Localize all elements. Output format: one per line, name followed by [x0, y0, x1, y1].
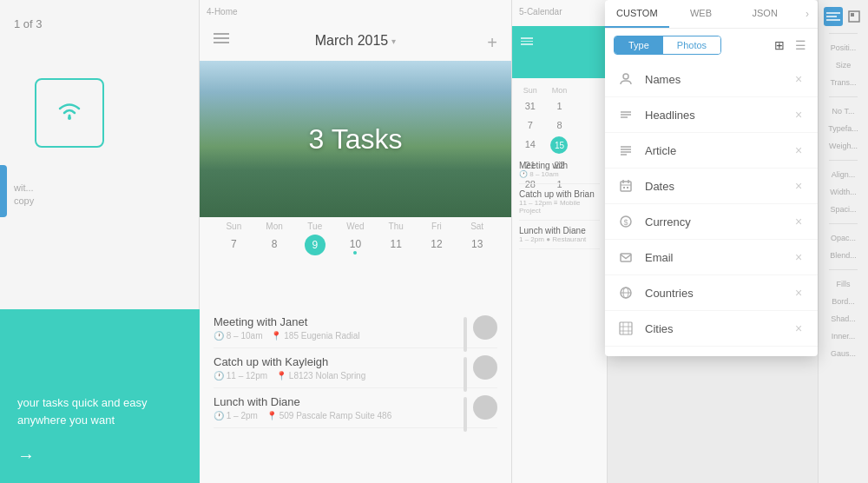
panel-3-task-3: Lunch with Diane 1 – 2pm ● Restaurant [519, 221, 600, 249]
panel-3-task-2: Catch up with Brian 11 – 12pm ≡ Mobile P… [519, 184, 600, 221]
menu-item-headlines-close[interactable]: × [790, 106, 807, 123]
rp-blend-label: Blend... [822, 248, 865, 262]
truncated-text-1: wit... [14, 182, 34, 193]
wifi-icon-container [35, 78, 104, 148]
menu-item-email[interactable]: Email × [605, 240, 818, 275]
person-icon [615, 69, 636, 89]
cal-day-12[interactable]: 12 [417, 235, 457, 258]
menu-item-article-close[interactable]: × [790, 142, 807, 159]
rp-align-label: Align... [822, 168, 865, 182]
task-list: Meeting with Janet 🕐 8 – 10am 📍 185 Euge… [200, 308, 511, 428]
menu-item-cities-label: Cities [645, 322, 790, 335]
menu-item-dates[interactable]: Dates × [605, 169, 818, 204]
list-view-icon[interactable]: ☰ [792, 36, 809, 54]
task-meta-1: 🕐 8 – 10am 📍 185 Eugenia Radial [214, 331, 497, 341]
menu-item-names[interactable]: Names × [605, 62, 818, 97]
right-panel-top: Positi... Size Trans... No T... Typefa..… [819, 0, 868, 367]
grid-view-icon[interactable]: ⊞ [771, 36, 788, 54]
rp-divider-5 [829, 269, 858, 270]
menu-item-cities-close[interactable]: × [790, 320, 807, 337]
toggle-type-button[interactable]: Type [615, 36, 663, 54]
article-icon [615, 140, 636, 161]
calendar-days-header: Sun Mon Tue Wed Thu Fri Sat [214, 222, 497, 231]
cal-day-13[interactable]: 13 [457, 235, 497, 258]
svg-text:$: $ [623, 218, 628, 227]
rp-transform-label: Trans... [822, 76, 865, 89]
rp-divider-4 [829, 223, 858, 224]
tab-web[interactable]: WEB [669, 0, 733, 28]
menu-item-addresses[interactable]: Addresses × [605, 347, 818, 356]
hamburger-menu-icon[interactable] [214, 33, 229, 43]
menu-item-headlines-label: Headlines [645, 109, 790, 122]
email-icon [615, 247, 636, 268]
menu-item-names-close[interactable]: × [790, 70, 807, 88]
menu-item-currency-close[interactable]: × [790, 213, 807, 230]
menu-item-article[interactable]: Article × [605, 133, 818, 169]
cal-day-8[interactable]: 8 [254, 235, 295, 258]
rp-divider-3 [829, 160, 858, 161]
panel-3-hamburger-icon[interactable] [521, 37, 533, 45]
panel-3-task-meta-1: 🕐 8 – 10am [519, 170, 600, 178]
task-time-3: 🕐 1 – 2pm [214, 411, 258, 420]
task-avatar-2 [473, 355, 497, 380]
task-avatar-3 [473, 395, 497, 420]
menu-item-countries[interactable]: Countries × [605, 275, 818, 311]
rp-typeface-label: Typefa... [822, 122, 865, 136]
truncated-text-2: copy [14, 195, 34, 206]
rp-width-label: Width... [822, 185, 865, 199]
cal-day-10[interactable]: 10 [335, 235, 376, 258]
panel-3-days: Sun Mon [516, 86, 603, 95]
panel-3-label: 5-Calendar [519, 7, 562, 17]
cal-day-9-today[interactable]: 9 [305, 235, 326, 255]
cal-day-7[interactable]: 7 [214, 235, 254, 258]
rp-divider-2 [829, 96, 858, 97]
svg-rect-17 [621, 254, 631, 261]
text-align-icon[interactable] [824, 7, 843, 26]
cal-day-11[interactable]: 11 [376, 235, 417, 258]
task-time-2: 🕐 11 – 12pm [214, 371, 267, 380]
menu-item-countries-label: Countries [645, 287, 790, 300]
wifi-icon [56, 98, 83, 129]
menu-item-email-close[interactable]: × [790, 248, 807, 266]
rp-border-label: Bord... [822, 294, 865, 308]
menu-item-cities[interactable]: Cities × [605, 311, 818, 347]
menu-item-names-label: Names [645, 73, 790, 86]
rp-size-label: Size [822, 58, 865, 72]
menu-item-headlines[interactable]: Headlines × [605, 97, 818, 133]
content-type-menu-items: Names × Headlines × Article × Dates × [605, 62, 818, 356]
menu-item-addresses-close[interactable]: × [790, 355, 807, 356]
menu-item-email-label: Email [645, 251, 790, 264]
tab-json[interactable]: JSON [733, 0, 797, 28]
panel-3-task-1: Meeting with 🕐 8 – 10am [519, 155, 600, 184]
toggle-photos-button[interactable]: Photos [663, 36, 720, 54]
addresses-icon [615, 354, 636, 356]
size-icon[interactable] [845, 7, 864, 26]
rp-inner-label: Inner... [822, 329, 865, 343]
rp-font-label: No T... [822, 104, 865, 118]
panel-3-task-meta-3: 1 – 2pm ● Restaurant [519, 235, 600, 243]
task-slider-1[interactable] [464, 317, 467, 352]
task-item-3: Lunch with Diane 🕐 1 – 2pm 📍 509 Pascale… [214, 388, 497, 428]
task-loc-2: 📍 L8123 Nolan Spring [276, 371, 365, 380]
task-slider-3[interactable] [464, 397, 467, 432]
rp-fills-label: Fills [822, 277, 865, 291]
menu-item-dates-close[interactable]: × [790, 177, 807, 195]
task-title-1: Meeting with Janet [214, 315, 497, 328]
task-meta-2: 🕐 11 – 12pm 📍 L8123 Nolan Spring [214, 371, 497, 380]
panel-2-home: 4-Home March 2015 ▾ + 3 Tasks Sun Mon Tu… [200, 0, 512, 483]
menu-item-countries-close[interactable]: × [790, 284, 807, 301]
menu-item-currency[interactable]: $ Currency × [605, 204, 818, 240]
add-event-button[interactable]: + [487, 33, 497, 53]
task-slider-2[interactable] [464, 357, 467, 392]
tab-custom[interactable]: CUSTOM [605, 0, 669, 28]
rp-position-label: Positi... [822, 41, 865, 55]
rp-opacity-label: Opac... [822, 231, 865, 245]
task-loc-1: 📍 185 Eugenia Radial [271, 331, 359, 341]
tabs-more-arrow[interactable]: › [797, 1, 818, 27]
svg-rect-14 [627, 187, 628, 189]
panel-1-green-text: your tasks quick and easy anywhere you w… [17, 394, 182, 428]
rp-weight-label: Weigh... [822, 139, 865, 153]
arrow-right-icon[interactable]: → [17, 446, 182, 466]
panel-3-task-title-1: Meeting with [519, 161, 600, 170]
dropdown-tabs: CUSTOM WEB JSON › [605, 0, 818, 29]
